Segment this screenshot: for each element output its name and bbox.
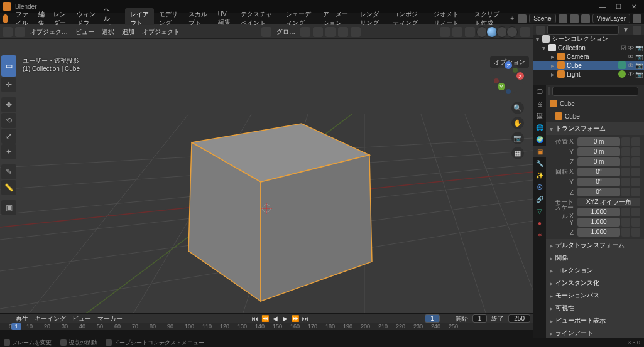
autokey-icon[interactable] — [127, 314, 136, 323]
props-tab-viewlayer[interactable]: 🖼 — [533, 110, 546, 121]
timeline-keying-menu[interactable]: キーイング — [33, 314, 68, 323]
rot-z-field[interactable]: 0° — [577, 188, 620, 196]
tool-transform[interactable]: ✦ — [1, 144, 16, 159]
next-keyframe-button[interactable]: ⏩ — [291, 314, 300, 323]
props-tab-constraints[interactable]: 🔗 — [533, 193, 546, 205]
scene-name-field[interactable]: Scene — [529, 14, 555, 23]
panel-header-delta[interactable]: ▸デルタトランスフォーム — [546, 239, 644, 252]
preview-range-icon[interactable] — [442, 314, 451, 323]
shading-options-icon[interactable] — [520, 27, 530, 37]
anim-icon[interactable] — [631, 218, 640, 227]
lock-icon[interactable] — [621, 208, 630, 216]
properties-crumb-2[interactable]: Cube — [546, 110, 644, 122]
scale-x-field[interactable]: 1.000 — [577, 208, 620, 216]
lock-icon[interactable] — [621, 147, 630, 156]
timeline-view-menu[interactable]: ビュー — [70, 314, 93, 323]
props-tab-physics[interactable]: ⦿ — [533, 181, 546, 193]
lock-icon[interactable] — [621, 137, 630, 146]
outliner-light[interactable]: ▸ Light 👁📷 — [533, 70, 644, 78]
mode-dropdown[interactable]: オブジェク… — [28, 28, 70, 36]
orientation-icon[interactable] — [261, 27, 271, 37]
anim-icon[interactable] — [631, 208, 640, 216]
tool-rotate[interactable]: ⟲ — [1, 113, 16, 128]
nav-camera-button[interactable]: 📷 — [511, 132, 524, 144]
props-tab-world[interactable]: 🌍 — [533, 134, 546, 145]
tool-add-cube[interactable]: ▣ — [1, 200, 16, 215]
scene-browse-icon[interactable] — [518, 14, 527, 23]
window-maximize-button[interactable]: ☐ — [616, 3, 621, 10]
window-close-button[interactable]: ✕ — [631, 3, 636, 10]
anim-icon[interactable] — [631, 168, 640, 176]
properties-options-icon[interactable] — [641, 87, 642, 95]
visibility-eye-icon[interactable]: 👁 — [628, 62, 634, 69]
timeline-playback-menu[interactable]: 再生 — [14, 314, 30, 323]
nav-pan-button[interactable]: ✋ — [511, 117, 524, 129]
snap-target-icon[interactable] — [325, 27, 336, 37]
anim-icon[interactable] — [631, 137, 640, 146]
panel-header-instancing[interactable]: ▸インスタンス化 — [546, 277, 644, 289]
jump-start-button[interactable]: ⏮ — [251, 314, 259, 323]
viewlayer-new-icon[interactable] — [633, 14, 641, 23]
header-menu-add[interactable]: 追加 — [119, 28, 137, 36]
anim-icon[interactable] — [631, 188, 640, 196]
rot-x-field[interactable]: 0° — [577, 168, 620, 176]
panel-header-motionpath[interactable]: ▸モーションパス — [546, 289, 644, 302]
shading-rendered-button[interactable] — [506, 26, 518, 38]
prev-keyframe-button[interactable]: ⏪ — [261, 314, 270, 323]
lock-icon[interactable] — [621, 157, 630, 166]
playhead[interactable]: 1 — [11, 323, 21, 330]
panel-header-lineart[interactable]: ▸ラインアート — [546, 327, 644, 339]
lock-icon[interactable] — [621, 178, 630, 186]
anim-icon[interactable] — [631, 228, 640, 237]
panel-header-collections[interactable]: ▸コレクション — [546, 264, 644, 277]
blender-icon[interactable] — [3, 14, 8, 23]
outliner-search-input[interactable] — [547, 25, 619, 35]
loc-x-field[interactable]: 0 m — [577, 137, 620, 146]
window-minimize-button[interactable]: — — [599, 3, 606, 10]
lock-icon[interactable] — [621, 228, 630, 237]
render-icon[interactable]: 📷 — [635, 45, 643, 51]
props-tab-object[interactable]: ▣ — [533, 146, 546, 157]
outliner-filter-icon[interactable]: ▼ — [621, 26, 630, 35]
rot-mode-dropdown[interactable]: XYZ オイラー角 — [577, 198, 640, 206]
jump-end-button[interactable]: ⏭ — [301, 314, 310, 323]
anim-icon[interactable] — [631, 157, 640, 166]
lock-icon[interactable] — [621, 218, 630, 227]
propedit-icon[interactable] — [338, 27, 348, 37]
outliner-cube[interactable]: ▸ Cube 👁📷 — [533, 61, 644, 70]
propfall-icon[interactable] — [351, 27, 361, 37]
scene-new-icon[interactable] — [559, 14, 567, 23]
pivot-icon[interactable] — [300, 27, 310, 37]
scale-z-field[interactable]: 1.000 — [577, 228, 620, 237]
properties-pin-icon[interactable] — [548, 87, 550, 95]
timeline-ruler[interactable]: 1 01020304050607080901001101201301401501… — [0, 323, 533, 330]
panel-header-relations[interactable]: ▸関係 — [546, 252, 644, 264]
play-reverse-button[interactable]: ◀ — [271, 314, 280, 323]
visibility-eye-icon[interactable]: 👁 — [628, 71, 634, 78]
properties-search-input[interactable] — [552, 87, 638, 96]
outliner-display-mode-icon[interactable] — [536, 26, 545, 35]
nav-zoom-button[interactable]: 🔍 — [511, 102, 524, 114]
properties-crumb-1[interactable]: Cube — [546, 97, 644, 110]
props-tab-scene[interactable]: 🌐 — [533, 122, 546, 133]
mode-icon[interactable] — [15, 27, 25, 37]
props-tab-texture[interactable]: ✶ — [533, 229, 546, 240]
scale-y-field[interactable]: 1.000 — [577, 218, 620, 227]
snap-icon[interactable] — [313, 27, 323, 37]
orientation-dropdown[interactable]: グロ… — [274, 28, 298, 36]
panel-header-visibility[interactable]: ▸可視性 — [546, 302, 644, 314]
tool-move[interactable]: ✥ — [1, 97, 16, 112]
anim-icon[interactable] — [631, 147, 640, 156]
props-tab-mesh[interactable]: ▽ — [533, 205, 546, 216]
header-menu-object[interactable]: オブジェクト — [139, 28, 182, 36]
visibility-eye-icon[interactable]: 👁 — [628, 53, 634, 60]
tool-annotate[interactable]: ✎ — [1, 164, 16, 179]
show-gizmo-icon[interactable] — [440, 27, 450, 37]
outliner-collection[interactable]: ▾ Collection ☑👁📷 — [533, 43, 644, 52]
current-frame-field[interactable]: 1 — [425, 314, 440, 323]
loc-z-field[interactable]: 0 m — [577, 157, 620, 166]
render-icon[interactable]: 📷 — [635, 53, 643, 60]
editor-type-icon[interactable] — [3, 27, 13, 37]
viewlayer-browse-icon[interactable] — [581, 14, 590, 23]
timeline-editor-icon[interactable] — [3, 314, 11, 323]
